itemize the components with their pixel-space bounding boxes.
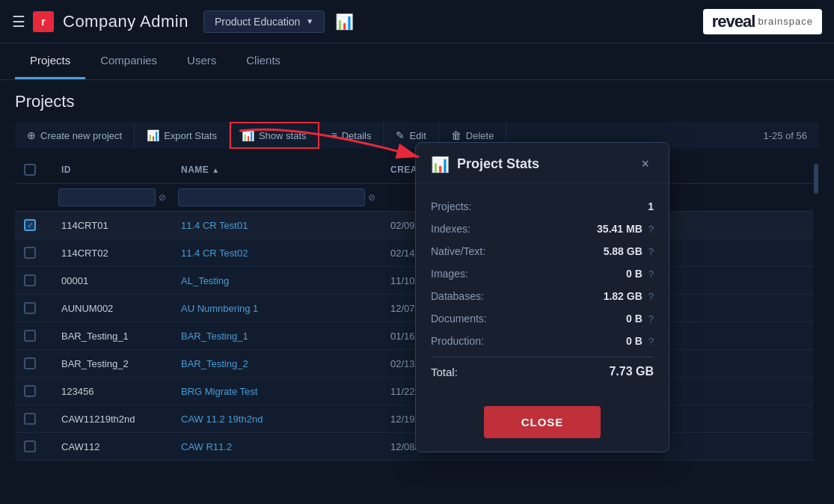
row-3-checkbox[interactable] xyxy=(24,274,36,286)
row-checkbox[interactable] xyxy=(15,212,52,239)
row-9-checkbox[interactable] xyxy=(24,440,36,452)
row-name[interactable]: AL_Testing xyxy=(172,267,381,294)
popup-close-button[interactable]: × xyxy=(637,155,654,173)
row-checkbox[interactable] xyxy=(15,378,52,405)
row-id: 114CRT01 xyxy=(52,212,172,239)
stat-value-databases: 1.82 GB xyxy=(590,290,643,302)
show-stats-icon: 📊 xyxy=(242,129,254,141)
stat-label-production: Production: xyxy=(431,335,484,347)
table-scrollbar[interactable] xyxy=(813,156,819,461)
help-documents-icon[interactable]: ? xyxy=(649,313,654,325)
help-indexes-icon[interactable]: ? xyxy=(649,224,654,235)
row-name[interactable]: CAW 11.2 19th2nd xyxy=(172,405,381,432)
export-stats-icon: 📊 xyxy=(147,129,159,141)
tab-users[interactable]: Users xyxy=(172,43,231,79)
filter-name-icon[interactable]: ⊘ xyxy=(368,192,375,203)
row-7-checkbox[interactable] xyxy=(24,385,36,397)
row-name[interactable]: BAR_Testing_1 xyxy=(172,322,381,349)
tab-projects[interactable]: Projects xyxy=(15,43,85,79)
workspace-dropdown[interactable]: Product Education ▼ xyxy=(203,10,325,33)
row-name[interactable]: CAW R11.2 xyxy=(172,433,381,460)
stat-row-documents: Documents: 0 B ? xyxy=(431,307,654,330)
filter-id-icon[interactable]: ⊘ xyxy=(159,192,166,203)
filter-name-input[interactable] xyxy=(178,188,365,206)
help-production-icon[interactable]: ? xyxy=(649,336,654,347)
row-id: BAR_Testing_1 xyxy=(52,322,172,349)
show-stats-label: Show stats xyxy=(259,130,307,141)
scrollbar-thumb xyxy=(814,164,818,194)
row-5-checkbox[interactable] xyxy=(24,330,36,342)
row-id: 123456 xyxy=(52,378,172,405)
row-name[interactable]: 11.4 CR Test01 xyxy=(172,212,381,239)
col-checkbox xyxy=(15,156,52,183)
row-checkbox[interactable] xyxy=(15,405,52,432)
popup-close-btn[interactable]: CLOSE xyxy=(484,406,601,438)
row-6-checkbox[interactable] xyxy=(24,357,36,369)
stat-row-projects: Projects: 1 xyxy=(431,195,654,218)
tab-companies[interactable]: Companies xyxy=(85,43,172,79)
pagination-info: 1-25 of 56 xyxy=(751,123,819,149)
stat-row-indexes: Indexes: 35.41 MB ? xyxy=(431,218,654,240)
details-label: Details xyxy=(342,130,372,141)
tab-clients[interactable]: Clients xyxy=(231,43,295,79)
popup-footer: CLOSE xyxy=(416,396,669,452)
col-id: ID xyxy=(52,156,172,183)
popup-title: Project Stats xyxy=(457,156,539,172)
delete-icon: 🗑 xyxy=(451,129,462,141)
row-checkbox[interactable] xyxy=(15,322,52,349)
stat-value-production: 0 B xyxy=(590,335,643,347)
hamburger-menu[interactable]: ☰ xyxy=(12,13,25,31)
row-id: CAW11219th2nd xyxy=(52,405,172,432)
details-button[interactable]: ≡ Details xyxy=(319,122,384,149)
logo-reveal-text: reveal xyxy=(712,12,755,31)
row-id: BAR_Testing_2 xyxy=(52,350,172,377)
row-4-checkbox[interactable] xyxy=(24,302,36,314)
sort-asc-icon: ▲ xyxy=(212,166,219,174)
create-project-button[interactable]: ⊕ Create new project xyxy=(15,122,135,149)
top-bar-right: reveal brainspace xyxy=(703,9,822,34)
stat-label-indexes: Indexes: xyxy=(431,223,470,235)
help-images-icon[interactable]: ? xyxy=(649,268,654,280)
logo-brainspace-text: brainspace xyxy=(758,16,813,27)
row-name[interactable]: BRG Migrate Test xyxy=(172,378,381,405)
stat-label-databases: Databases: xyxy=(431,290,484,302)
row-checkbox[interactable] xyxy=(15,267,52,294)
filter-id-input[interactable] xyxy=(58,188,156,206)
row-checkbox[interactable] xyxy=(15,350,52,377)
edit-label: Edit xyxy=(409,130,426,141)
row-checkbox[interactable] xyxy=(15,295,52,322)
stat-value-area-documents: 0 B ? xyxy=(590,313,654,325)
select-all-checkbox[interactable] xyxy=(24,164,36,176)
row-name[interactable]: BAR_Testing_2 xyxy=(172,350,381,377)
row-id: CAW112 xyxy=(52,433,172,460)
stat-row-native: Native/Text: 5.88 GB ? xyxy=(431,240,654,262)
show-stats-button[interactable]: 📊 Show stats xyxy=(230,122,319,149)
row-name[interactable]: 11.4 CR Test02 xyxy=(172,239,381,266)
filter-checkbox-cell xyxy=(15,184,52,211)
row-2-checkbox[interactable] xyxy=(24,247,36,259)
stat-value-area-databases: 1.82 GB ? xyxy=(590,290,654,302)
stat-value-indexes: 35.41 MB xyxy=(590,223,643,235)
stat-row-production: Production: 0 B ? xyxy=(431,330,654,352)
help-databases-icon[interactable]: ? xyxy=(649,291,654,302)
global-stats-icon[interactable]: 📊 xyxy=(335,13,354,31)
row-8-checkbox[interactable] xyxy=(24,413,36,425)
stat-value-area-indexes: 35.41 MB ? xyxy=(590,223,654,235)
stat-row-images: Images: 0 B ? xyxy=(431,262,654,285)
row-1-checkbox[interactable] xyxy=(24,219,36,231)
stat-value-area-production: 0 B ? xyxy=(590,335,654,347)
row-checkbox[interactable] xyxy=(15,239,52,266)
popup-title-area: 📊 Project Stats xyxy=(431,156,539,173)
export-stats-button[interactable]: 📊 Export Stats xyxy=(135,122,230,149)
workspace-label: Product Education xyxy=(215,16,300,28)
app-title: Company Admin xyxy=(63,12,188,31)
row-checkbox[interactable] xyxy=(15,433,52,460)
popup-chart-icon: 📊 xyxy=(431,156,450,173)
row-name[interactable]: AU Numnbering 1 xyxy=(172,295,381,322)
export-stats-label: Export Stats xyxy=(164,130,217,141)
col-name[interactable]: Name ▲ xyxy=(172,156,381,183)
top-bar: ☰ r Company Admin Product Education ▼ 📊 … xyxy=(0,0,834,43)
stat-label-total: Total: xyxy=(431,366,458,378)
stat-row-total: Total: 7.73 GB xyxy=(431,357,654,384)
help-native-icon[interactable]: ? xyxy=(649,246,654,257)
